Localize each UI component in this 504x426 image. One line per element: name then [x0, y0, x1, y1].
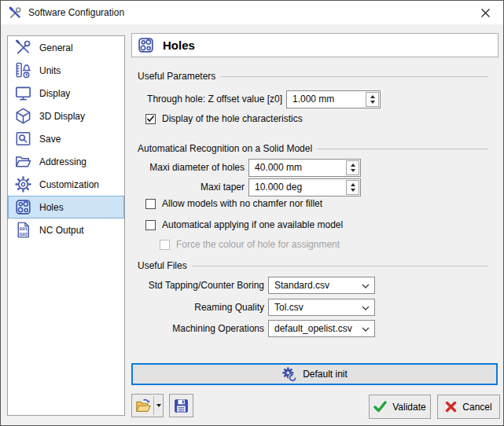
spin-down-icon[interactable]: [351, 189, 355, 192]
page-header: Holes: [131, 33, 498, 57]
save-config-button[interactable]: [169, 394, 193, 417]
tools-icon: [13, 38, 33, 57]
open-folder-icon[interactable]: [132, 395, 153, 417]
cancel-button[interactable]: Cancel: [437, 395, 500, 419]
force-colour-checkbox-disabled: Force the colour of hole for assignment: [160, 238, 340, 251]
software-configuration-dialog: Software Configuration General: [0, 0, 504, 426]
window-title: Software Configuration: [28, 7, 124, 18]
spinbox-value: 40.000 mm: [255, 160, 302, 176]
checkbox-unchecked[interactable]: [145, 199, 156, 209]
gear-icon: [13, 174, 33, 194]
folder-icon: [13, 152, 33, 171]
checkbox-checked[interactable]: [145, 114, 156, 124]
sidebar-item-label: 3D Display: [39, 111, 85, 122]
sidebar-item-customization[interactable]: Customization: [8, 173, 124, 196]
reaming-quality-dropdown[interactable]: Tol.csv: [268, 299, 375, 316]
sidebar-item-display[interactable]: Display: [8, 82, 124, 105]
sidebar-item-label: General: [39, 42, 73, 53]
dropdown-value: default_opelist.csv: [274, 321, 374, 336]
sidebar-item-addressing[interactable]: Addressing: [8, 150, 124, 173]
through-hole-spinbox[interactable]: 1.000 mm: [286, 90, 381, 108]
tools-app-icon: [9, 6, 22, 20]
sidebar-item-general[interactable]: General: [8, 36, 124, 59]
dropdown-value: Standard.csv: [274, 277, 374, 293]
open-file-splitbutton[interactable]: [131, 394, 164, 417]
machining-operations-dropdown[interactable]: default_opelist.csv: [268, 320, 375, 337]
sidebar-item-label: Addressing: [39, 156, 86, 167]
std-tapping-label: Std Tapping/Counter Boring: [139, 277, 264, 295]
group-title: Automatical Recognition on a Solid Model: [138, 143, 317, 154]
dropdown-arrow-icon: [156, 404, 161, 407]
checkbox-label: Automatical applying if one available mo…: [162, 219, 343, 230]
checkmark-icon: [146, 115, 155, 123]
reaming-quality-label: Reaming Quality: [139, 299, 264, 317]
sidebar-item-units[interactable]: Units: [8, 59, 124, 82]
spinner-buttons[interactable]: [346, 160, 359, 175]
checkbox-unchecked: [160, 240, 170, 250]
sidebar-item-label: Holes: [39, 202, 64, 213]
maxi-taper-label: Maxi taper: [139, 178, 245, 196]
dropdown-value: Tol.csv: [274, 299, 374, 315]
x-icon: [445, 401, 457, 413]
group-divider: [220, 76, 488, 77]
sidebar-item-label: Customization: [39, 179, 99, 190]
chevron-down-icon: [362, 284, 370, 288]
validate-label: Validate: [392, 402, 425, 413]
close-button[interactable]: [468, 1, 503, 24]
validate-button[interactable]: Validate: [369, 395, 431, 419]
std-tapping-dropdown[interactable]: Standard.csv: [268, 277, 375, 294]
default-init-button[interactable]: Default init: [131, 363, 498, 385]
close-icon: [481, 9, 490, 17]
sidebar-item-label: Save: [39, 134, 61, 145]
group-divider: [192, 266, 488, 266]
title-bar: Software Configuration: [1, 1, 503, 24]
holes-icon: [137, 36, 155, 54]
checkbox-label: Allow models with no chamfer nor fillet: [162, 198, 322, 209]
group-title: Useful Files: [138, 260, 192, 271]
sidebar-item-save[interactable]: Save: [8, 127, 124, 150]
gear-refresh-icon: [281, 366, 297, 382]
sidebar-item-holes[interactable]: Holes: [8, 196, 124, 219]
spin-up-icon[interactable]: [351, 183, 355, 186]
sidebar-item-label: NC Output: [39, 225, 84, 236]
spinner-buttons[interactable]: [366, 92, 379, 107]
checkbox-label: Display of the hole characteristics: [162, 113, 303, 124]
auto-applying-checkbox[interactable]: Automatical applying if one available mo…: [145, 219, 343, 231]
allow-models-checkbox[interactable]: Allow models with no chamfer nor fillet: [145, 197, 322, 210]
maxi-taper-spinbox[interactable]: 10.000 deg: [248, 178, 361, 196]
chevron-down-icon: [362, 327, 370, 332]
spinner-buttons[interactable]: [346, 180, 359, 195]
machining-operations-label: Machining Operations: [139, 320, 264, 338]
group-useful-parameters: Useful Parameters: [138, 70, 488, 82]
sidebar-item-label: Units: [39, 65, 61, 76]
spin-up-icon[interactable]: [370, 95, 375, 98]
holes-icon: [13, 197, 33, 217]
cancel-label: Cancel: [462, 402, 491, 413]
spin-up-icon[interactable]: [351, 163, 355, 167]
check-icon: [373, 401, 387, 413]
group-auto-recognition: Automatical Recognition on a Solid Model: [138, 142, 488, 154]
maxi-diameter-label: Maxi diameter of holes: [139, 159, 245, 177]
gcode-document-icon: G01 G02: [13, 220, 33, 240]
group-divider: [317, 149, 488, 149]
svg-text:G02: G02: [19, 232, 28, 237]
maxi-diameter-spinbox[interactable]: 40.000 mm: [248, 159, 361, 177]
sidebar-item-label: Display: [39, 88, 70, 99]
chevron-down-icon: [362, 306, 370, 310]
cube-icon: [13, 106, 33, 126]
units-icon: [13, 61, 33, 80]
through-hole-label: Through hole: Z offset value [z0]: [139, 90, 282, 108]
spinbox-value: 1.000 mm: [292, 91, 334, 108]
sidebar-item-nc-output[interactable]: G01 G02 NC Output: [8, 219, 124, 241]
open-file-dropdown-arrow[interactable]: [154, 395, 163, 417]
default-init-label: Default init: [303, 369, 348, 380]
checkbox-unchecked[interactable]: [145, 220, 156, 230]
spinbox-value: 10.000 deg: [255, 179, 302, 196]
group-title: Useful Parameters: [138, 71, 220, 82]
spin-down-icon[interactable]: [351, 169, 355, 172]
spin-down-icon[interactable]: [370, 101, 375, 104]
checkbox-label: Force the colour of hole for assignment: [176, 239, 340, 250]
display-characteristics-checkbox[interactable]: Display of the hole characteristics: [145, 112, 303, 125]
sidebar-item-3d-display[interactable]: 3D Display: [8, 105, 124, 127]
magnifier-icon: [13, 129, 33, 149]
